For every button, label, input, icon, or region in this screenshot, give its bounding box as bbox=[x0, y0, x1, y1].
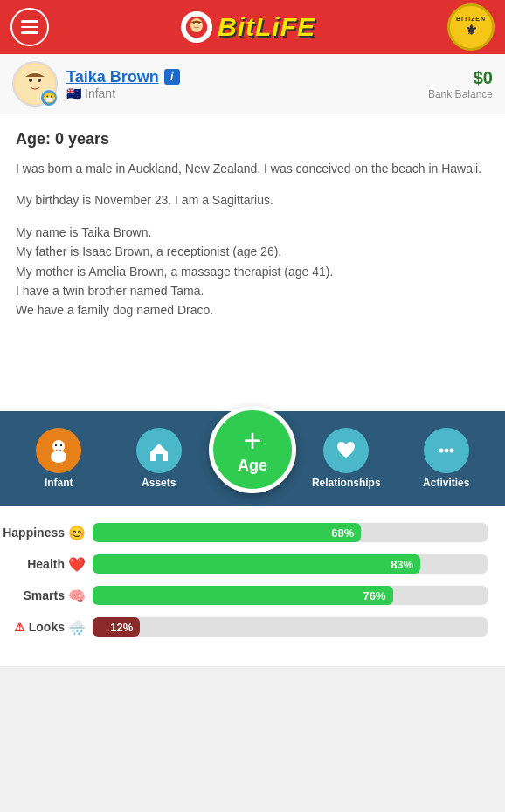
profile-name[interactable]: Taika Brown i bbox=[66, 68, 180, 86]
looks-icon: 🌧️ bbox=[68, 619, 86, 636]
stats-section: Happiness 😊 68% Health ❤️ 83% Smarts 🧠 7… bbox=[0, 506, 505, 666]
logo-icon bbox=[181, 11, 212, 43]
nav-item-activities[interactable]: Activities bbox=[397, 428, 497, 489]
looks-bar-container: 12% bbox=[93, 617, 488, 637]
bank-label: Bank Balance bbox=[428, 88, 493, 100]
profile-info: Taika Brown i 🇳🇿 Infant bbox=[66, 68, 180, 100]
profile-age: 🇳🇿 Infant bbox=[66, 86, 180, 100]
svg-point-4 bbox=[198, 23, 200, 24]
app-header: BitLiFE BITIZEN ⚜ bbox=[0, 0, 505, 54]
happiness-label: Happiness 😊 bbox=[17, 525, 86, 541]
looks-value: 12% bbox=[110, 621, 133, 634]
svg-point-3 bbox=[193, 23, 195, 24]
happiness-text: Happiness bbox=[3, 526, 65, 540]
age-btn-label: Age bbox=[238, 457, 267, 475]
stat-row-smarts: Smarts 🧠 76% bbox=[17, 586, 488, 605]
smarts-text: Smarts bbox=[24, 588, 65, 602]
assets-nav-icon bbox=[136, 428, 182, 473]
svg-point-17 bbox=[444, 449, 448, 453]
looks-text: Looks bbox=[29, 620, 65, 634]
life-story-text: I was born a male in Auckland, New Zeala… bbox=[16, 159, 489, 320]
badge-top-text: BITIZEN bbox=[456, 16, 486, 22]
profile-left: 😷 Taika Brown i 🇳🇿 Infant bbox=[12, 61, 180, 107]
bitizen-badge[interactable]: BITIZEN ⚜ bbox=[447, 3, 495, 51]
svg-point-16 bbox=[439, 449, 443, 453]
activities-nav-icon bbox=[424, 428, 469, 473]
svg-point-12 bbox=[55, 444, 57, 446]
happiness-bar-container: 68% bbox=[93, 523, 488, 542]
stat-row-looks: ⚠ Looks 🌧️ 12% bbox=[17, 617, 488, 637]
menu-line bbox=[21, 20, 38, 23]
smarts-bar-container: 76% bbox=[93, 586, 488, 605]
logo-text: BitLiFE bbox=[218, 12, 315, 42]
health-label: Health ❤️ bbox=[17, 556, 86, 573]
svg-point-7 bbox=[29, 79, 32, 82]
info-icon[interactable]: i bbox=[164, 69, 180, 85]
bank-amount: $0 bbox=[428, 68, 493, 88]
relationships-nav-label: Relationships bbox=[312, 477, 381, 489]
relationships-nav-icon bbox=[323, 428, 369, 473]
age-button[interactable]: + Age bbox=[209, 406, 296, 493]
health-bar-container: 83% bbox=[93, 554, 488, 574]
age-plus-icon: + bbox=[243, 425, 261, 457]
profile-bar: 😷 Taika Brown i 🇳🇿 Infant $0 Bank Balanc… bbox=[0, 54, 505, 114]
happiness-bar-fill: 68% bbox=[93, 523, 361, 542]
happiness-icon: 😊 bbox=[68, 525, 86, 541]
svg-point-14 bbox=[51, 451, 66, 463]
menu-line bbox=[21, 31, 38, 34]
profile-right: $0 Bank Balance bbox=[428, 68, 493, 100]
smarts-label: Smarts 🧠 bbox=[17, 588, 86, 604]
stat-row-happiness: Happiness 😊 68% bbox=[17, 523, 488, 542]
looks-label: ⚠ Looks 🌧️ bbox=[17, 619, 86, 636]
story-paragraph-1: I was born a male in Auckland, New Zeala… bbox=[16, 159, 489, 178]
health-bar-fill: 83% bbox=[93, 554, 420, 574]
flag-icon: 🇳🇿 bbox=[66, 86, 81, 100]
health-text: Health bbox=[27, 557, 65, 571]
avatar-mask-icon: 😷 bbox=[40, 89, 58, 107]
happiness-value: 68% bbox=[331, 526, 354, 540]
life-story: Age: 0 years I was born a male in Auckla… bbox=[0, 114, 505, 411]
nav-item-assets[interactable]: Assets bbox=[109, 428, 210, 489]
smarts-icon: 🧠 bbox=[68, 588, 86, 604]
age-heading: Age: 0 years bbox=[16, 130, 489, 148]
app-logo: BitLiFE bbox=[181, 11, 315, 43]
story-paragraph-2: My birthday is November 23. I am a Sagit… bbox=[16, 190, 489, 210]
svg-point-18 bbox=[449, 449, 453, 453]
story-paragraph-3: My name is Taika Brown.My father is Isaa… bbox=[16, 223, 489, 320]
health-icon: ❤️ bbox=[68, 556, 86, 573]
health-value: 83% bbox=[391, 558, 413, 571]
smarts-bar-fill: 76% bbox=[93, 586, 393, 605]
avatar-container: 😷 bbox=[12, 61, 58, 107]
badge-icon: ⚜ bbox=[465, 22, 477, 38]
nav-item-relationships[interactable]: Relationships bbox=[296, 428, 397, 489]
svg-point-9 bbox=[24, 80, 29, 87]
infant-nav-label: Infant bbox=[45, 477, 73, 489]
svg-rect-15 bbox=[156, 454, 163, 461]
bottom-nav: Infant Assets Relationships Activi bbox=[0, 411, 505, 506]
looks-bar-fill: 12% bbox=[93, 617, 140, 637]
svg-point-10 bbox=[41, 80, 46, 87]
svg-point-13 bbox=[60, 444, 62, 446]
nav-item-infant[interactable]: Infant bbox=[9, 428, 109, 489]
assets-nav-label: Assets bbox=[142, 477, 176, 489]
infant-nav-icon bbox=[36, 428, 81, 473]
stat-row-health: Health ❤️ 83% bbox=[17, 554, 488, 574]
smarts-value: 76% bbox=[363, 589, 385, 602]
warning-icon: ⚠ bbox=[14, 620, 25, 634]
activities-nav-label: Activities bbox=[423, 477, 469, 489]
svg-point-8 bbox=[38, 79, 41, 82]
menu-line bbox=[21, 26, 38, 29]
menu-button[interactable] bbox=[10, 8, 49, 46]
